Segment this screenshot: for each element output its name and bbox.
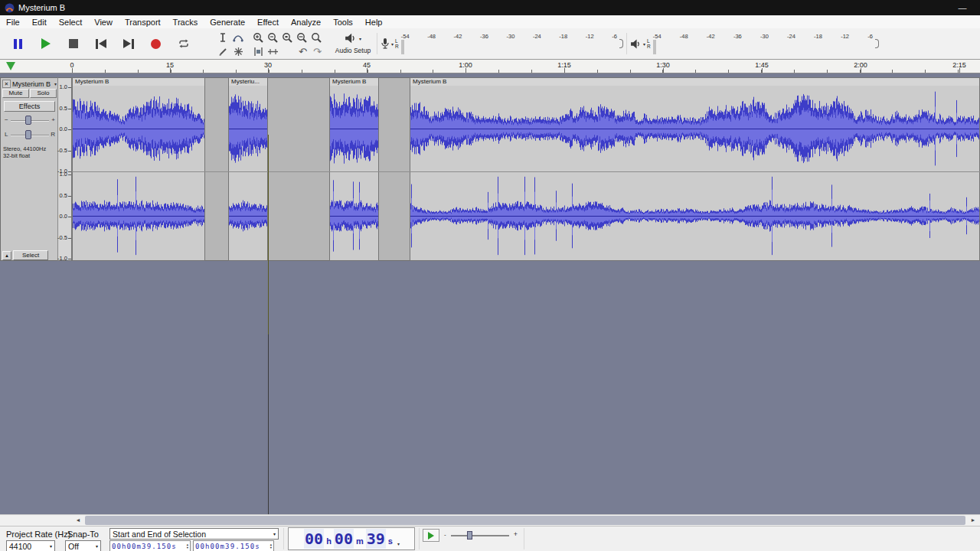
clip-waveform[interactable]	[73, 86, 204, 260]
clips-layer: Mysterium BMysteriu...Mysterium BMysteri…	[72, 77, 980, 261]
clip-title[interactable]: Mysterium B	[73, 78, 204, 86]
scrollbar-thumb[interactable]	[85, 516, 965, 525]
menu-analyze[interactable]: Analyze	[285, 15, 327, 28]
speed-plus-label: +	[514, 530, 518, 538]
undo-button[interactable]: ↶	[296, 44, 310, 58]
gain-slider-thumb[interactable]	[25, 116, 31, 125]
collapse-track-button[interactable]: ▲	[2, 251, 11, 260]
vertical-ruler[interactable]: 1.00.50.0-0.5-1.01.00.50.0-0.5-1.0	[58, 77, 72, 261]
minor-tick	[203, 70, 204, 73]
channel-divider[interactable]	[72, 171, 980, 172]
skip-to-end-button[interactable]	[116, 31, 140, 56]
scale-tick	[68, 171, 71, 172]
menu-help[interactable]: Help	[359, 15, 389, 28]
menu-effect[interactable]: Effect	[251, 15, 285, 28]
playback-speed-slider[interactable]: - +	[444, 529, 518, 542]
zoom-selection-button[interactable]	[280, 31, 295, 44]
redo-button[interactable]: ↷	[310, 44, 325, 58]
track-menu-icon[interactable]: ▾	[54, 81, 57, 86]
recording-meter[interactable]: ▾ LR -54-48-42-36-30-24-18-12-6	[377, 33, 623, 54]
menu-tools[interactable]: Tools	[327, 15, 359, 28]
loop-button[interactable]	[172, 31, 195, 56]
audacity-window: Mysterium B — FileEditSelectViewTranspor…	[0, 0, 980, 551]
menu-generate[interactable]: Generate	[204, 15, 251, 28]
silence-audio-button[interactable]	[266, 44, 280, 58]
gain-slider[interactable]: − +	[3, 114, 57, 126]
track-workspace[interactable]: ✕ Mysterium B▾ Mute Solo Effects − + L R	[0, 73, 980, 514]
track-close-button[interactable]: ✕	[2, 80, 11, 88]
clip-waveform[interactable]	[229, 86, 267, 260]
menu-select[interactable]: Select	[53, 15, 89, 28]
playback-meter[interactable]: ▾ LR -54-48-42-36-30-24-18-12-6	[626, 33, 879, 54]
project-rate-dropdown[interactable]: 44100▾	[6, 540, 55, 551]
draw-tool-button[interactable]	[215, 44, 230, 58]
minor-tick	[400, 70, 401, 73]
selection-end-field[interactable]: 00h00m39.150s▴▾	[193, 540, 274, 551]
track-format-info: Stereo, 44100Hz	[3, 145, 46, 152]
big-time-display[interactable]: 00h00m39s ▾	[288, 527, 415, 550]
meter-scale-value: -30	[760, 33, 769, 41]
audio-clip[interactable]: Mysteriu...	[228, 77, 268, 261]
meter-scale-value: -36	[733, 33, 742, 41]
trim-audio-button[interactable]	[251, 44, 266, 58]
play-at-speed-button[interactable]	[423, 529, 439, 542]
multi-tool-button[interactable]	[230, 44, 246, 58]
meter-scale-value: -6	[612, 33, 617, 41]
selection-mode-dropdown[interactable]: Start and End of Selection▾	[109, 528, 279, 540]
menu-edit[interactable]: Edit	[26, 15, 53, 28]
zoom-project-button[interactable]	[295, 31, 309, 44]
tick-label: 2:15	[952, 61, 966, 69]
menu-view[interactable]: View	[88, 15, 119, 28]
envelope-tool-button[interactable]	[230, 31, 246, 44]
solo-button[interactable]: Solo	[30, 89, 57, 98]
edit-cursor-line-extension	[268, 334, 269, 514]
dropdown-icon[interactable]: ▾	[397, 541, 400, 549]
speed-slider-track	[451, 535, 509, 536]
clip-waveform[interactable]	[330, 86, 378, 260]
mute-button[interactable]: Mute	[2, 89, 29, 98]
minimize-button[interactable]: —	[949, 3, 975, 12]
horizontal-scrollbar[interactable]: ◄ ►	[0, 514, 980, 526]
audio-clip[interactable]: Mysterium B	[329, 77, 379, 261]
project-rate-label: Project Rate (Hz)	[6, 530, 70, 539]
record-button[interactable]	[144, 31, 168, 56]
track-select-button[interactable]: Select	[13, 250, 48, 260]
scale-label: -0.5	[57, 148, 67, 154]
scale-tick	[68, 196, 71, 197]
stop-button[interactable]	[61, 31, 85, 56]
audio-setup-toolbar[interactable]: ▾ Audio Setup	[331, 31, 375, 54]
menu-transport[interactable]: Transport	[119, 15, 167, 28]
menu-tracks[interactable]: Tracks	[167, 15, 204, 28]
pan-slider[interactable]: L R	[3, 129, 57, 141]
clip-title[interactable]: Mysteriu...	[229, 78, 267, 86]
scroll-left-button[interactable]: ◄	[72, 515, 84, 526]
zoom-in-icon	[253, 32, 264, 44]
play-position-marker-icon[interactable]	[6, 62, 15, 70]
pencil-icon	[218, 47, 228, 57]
speed-slider-thumb[interactable]	[467, 531, 472, 540]
skip-to-start-button[interactable]	[89, 31, 113, 56]
tick-label: 0	[70, 61, 74, 69]
pause-button[interactable]	[6, 31, 30, 56]
clip-title[interactable]: Mysterium B	[330, 78, 378, 86]
effects-button[interactable]: Effects	[4, 101, 55, 112]
zoom-toggle-button[interactable]	[309, 31, 324, 44]
play-button[interactable]	[34, 31, 57, 56]
zoom-in-button[interactable]	[251, 31, 266, 44]
pan-slider-thumb[interactable]	[25, 130, 31, 139]
audio-clip[interactable]: Mysterium B	[410, 77, 980, 261]
snap-to-dropdown[interactable]: Off▾	[65, 540, 101, 551]
spinner-icon[interactable]: ▴▾	[269, 543, 273, 549]
spinner-icon[interactable]: ▴▾	[185, 543, 190, 549]
zoom-out-button[interactable]	[266, 31, 280, 44]
toolbar-separator	[419, 528, 420, 549]
clip-waveform[interactable]	[410, 86, 979, 260]
timeline-ruler[interactable]: 01530451:001:151:301:452:002:15	[0, 60, 980, 73]
scroll-right-button[interactable]: ►	[967, 515, 979, 526]
selection-start-field[interactable]: 00h00m39.150s▴▾	[109, 540, 191, 551]
selection-tool-button[interactable]	[215, 31, 230, 44]
track-title[interactable]: Mysterium B▾	[12, 80, 57, 88]
clip-title[interactable]: Mysterium B	[410, 78, 979, 86]
audio-clip[interactable]: Mysterium B	[72, 77, 205, 261]
menu-file[interactable]: File	[0, 15, 26, 28]
